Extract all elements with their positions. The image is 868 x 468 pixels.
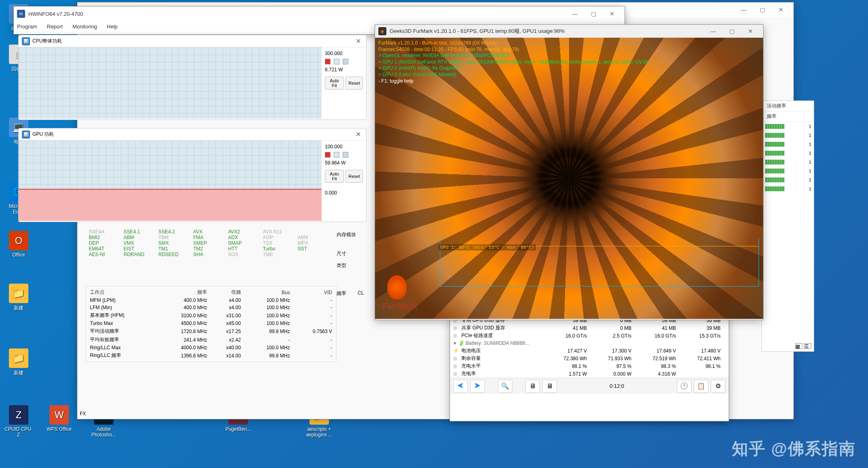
sensor-stats-window: ◎专用 GPU D3D 显存59 MB0 MB59 MB56 MB◎共享 GPU… bbox=[450, 316, 729, 421]
sensor-toolbar: ⮜ ⮞ 🔍 🖥 🖥 0:12:0 🕐 📋 ⚙ bbox=[450, 378, 729, 394]
cpu-feature: EIST bbox=[124, 246, 158, 252]
autofit-button[interactable]: Auto Fit bbox=[325, 170, 344, 183]
menu-item[interactable]: Program bbox=[17, 24, 37, 30]
clock-icon[interactable]: 🕐 bbox=[677, 380, 691, 393]
table-row: Ring/LLC Max4000.0 MHzx40.00100.0 MHz- bbox=[87, 344, 335, 351]
close-button[interactable]: ✕ bbox=[772, 3, 790, 16]
legend-swatch bbox=[343, 59, 348, 64]
max-button[interactable]: ▢ bbox=[753, 3, 772, 16]
furmark-icon: ◉ bbox=[378, 27, 386, 35]
cpu-feature: AMX bbox=[298, 235, 333, 240]
chart-icon: 📊 bbox=[22, 37, 30, 45]
legend-swatch-red bbox=[325, 59, 331, 64]
menu-item[interactable]: Help bbox=[107, 24, 118, 30]
nav-back-button[interactable]: ⮜ bbox=[453, 380, 468, 393]
table-row: Turbo Max4500.0 MHzx45.00100.0 MHz- bbox=[87, 320, 335, 327]
freq-bar-row: 1 bbox=[762, 184, 814, 193]
freq-bar-row: 1 bbox=[762, 167, 814, 175]
legend-swatch bbox=[334, 59, 339, 64]
cpu-feature: AES-NI bbox=[89, 252, 124, 257]
legend-swatch bbox=[334, 152, 339, 158]
cpu-feature: SGX bbox=[228, 252, 263, 257]
cpu-feature: SSE4.1 bbox=[124, 229, 158, 235]
cpu-feature: TSX bbox=[263, 240, 298, 246]
cpu-feature: EM64T bbox=[89, 246, 124, 252]
furmark-brand: FurMark bbox=[382, 301, 418, 312]
view-list-icon[interactable]: ☰ bbox=[804, 343, 811, 349]
cpu-feature: SMAP bbox=[228, 240, 263, 246]
sensor-row: ◎PCIe 链路速度16.0 GT/s2.5 GT/s16.0 GT/s15.3… bbox=[450, 332, 729, 340]
hwinfo-icon: H bbox=[17, 10, 25, 18]
min-button[interactable]: — bbox=[704, 25, 723, 38]
freq-bar-row: 1 bbox=[762, 158, 814, 167]
cpu-feature: DEP bbox=[89, 240, 124, 246]
close-icon[interactable]: ✕ bbox=[353, 36, 363, 46]
autofit-button[interactable]: Auto Fit bbox=[325, 77, 344, 90]
cpu-feature: VMX bbox=[124, 240, 158, 246]
watermark: 知乎 @佛系指南 bbox=[732, 438, 856, 460]
reset-button[interactable]: Reset bbox=[345, 170, 363, 183]
close-icon[interactable]: ✕ bbox=[353, 130, 363, 139]
legend-swatch bbox=[343, 152, 348, 158]
furmark-overlay: FurMark v1.20.1.0 - Burn-in test, 1024x7… bbox=[378, 40, 648, 84]
close-button[interactable]: ✕ bbox=[741, 25, 760, 38]
cpu-feature: SHA bbox=[193, 252, 228, 257]
min-button[interactable]: — bbox=[565, 7, 584, 20]
cpu-feature: SSE4.2 bbox=[158, 229, 193, 235]
sensor-row: ◎剩余容量72.380 Wh71.933 Wh72.519 Wh72.411 W… bbox=[450, 355, 729, 362]
desktop-icon[interactable]: ZCPUID CPU-Z bbox=[3, 405, 34, 438]
desktop-icon[interactable]: 📁新建 bbox=[3, 284, 34, 312]
desktop-icon[interactable]: OOffice bbox=[3, 231, 34, 258]
cpu-feature: AVX-512 bbox=[263, 229, 298, 235]
cpu-feature: RDSEED bbox=[158, 252, 193, 257]
cpu-feature: XOP bbox=[263, 235, 298, 240]
frequency-panel: 活动频率 频率 11111111 ▦ ☰ bbox=[761, 100, 814, 352]
nav-fwd-button[interactable]: ⮞ bbox=[470, 380, 485, 393]
menu-item[interactable]: Report bbox=[47, 24, 63, 30]
close-button[interactable]: ✕ bbox=[603, 7, 621, 20]
table-row: Ring/LLC 频率1396.6 MHzx14.0099.8 MHz- bbox=[87, 351, 335, 360]
cpu-feature: ABM bbox=[124, 235, 158, 240]
max-button[interactable]: ▢ bbox=[723, 25, 741, 38]
cpu-feature: MPX bbox=[298, 240, 333, 246]
desktop-icon[interactable]: WWPS Office bbox=[44, 405, 75, 432]
furmark-title: Geeks3D FurMark v1.20.1.0 - 81FPS, GPU1 … bbox=[390, 28, 704, 35]
cpu-feature: SSE4A bbox=[89, 229, 124, 235]
freq-bar-row: 1 bbox=[762, 149, 814, 158]
reset-button[interactable]: Reset bbox=[345, 77, 363, 90]
cpu-feature: BMI2 bbox=[89, 235, 124, 240]
menu-item[interactable]: Monitoring bbox=[73, 24, 97, 30]
freq-bar-row: 1 bbox=[762, 140, 814, 149]
cpu-feature: FMA bbox=[193, 235, 228, 240]
cpu-feature: AVX bbox=[193, 229, 228, 235]
settings-button[interactable]: ⚙ bbox=[711, 380, 725, 393]
max-button[interactable]: ▢ bbox=[584, 7, 603, 20]
view-grid-icon[interactable]: ▦ bbox=[795, 343, 802, 349]
cpu-feature: SMEP bbox=[193, 240, 228, 246]
gpu-power-chart: 📊GPU 功耗✕ 100.000 59.864 W Auto FitReset … bbox=[18, 128, 367, 222]
cpu-feature: Turbo bbox=[263, 246, 298, 252]
sensor-row: ◎充电率1.571 W0.000 W4.316 W bbox=[450, 370, 729, 378]
min-button[interactable]: — bbox=[734, 3, 753, 16]
furmark-titlebar[interactable]: ◉ Geeks3D FurMark v1.20.1.0 - 81FPS, GPU… bbox=[375, 25, 763, 38]
sensor-group-header[interactable]: ▾🔋 Battery: SUNWODA HB668... bbox=[450, 340, 729, 347]
cpu-feature: AVX2 bbox=[228, 229, 263, 235]
cpu-feature: SST bbox=[298, 246, 333, 252]
log-button[interactable]: 📋 bbox=[694, 380, 708, 393]
cpu-features: SSE4ASSE4.1SSE4.2AVXAVX2AVX-512BMI2ABMTB… bbox=[85, 227, 337, 259]
hwinfo-titlebar[interactable]: H HWiNFO64 v7.20-4700 —▢✕ bbox=[14, 6, 625, 21]
cpu-feature: TM2 bbox=[193, 246, 228, 252]
table-row: 平均有效频率241.4 MHzx2.42-- bbox=[87, 336, 335, 344]
desktop-icon[interactable]: 📁新建 bbox=[3, 348, 34, 376]
table-row: LFM (Min)400.0 MHzx4.00100.0 MHz- bbox=[87, 304, 335, 311]
table-row: MFM (LPM)400.0 MHzx4.00100.0 MHz- bbox=[87, 297, 335, 304]
cpu-feature: TM1 bbox=[158, 246, 193, 252]
cpu-feature: HTT bbox=[228, 246, 263, 252]
zoom-button[interactable]: 🔍 bbox=[498, 380, 512, 393]
monitor-button[interactable]: 🖥 bbox=[525, 380, 540, 393]
temp-graph-label: GPU 1: 80°C (min: 53°C - max: 80°C) bbox=[439, 244, 536, 250]
freq-bar-row: 1 bbox=[762, 175, 814, 184]
cpu-chart-area bbox=[19, 47, 322, 119]
monitor2-button[interactable]: 🖥 bbox=[542, 380, 557, 393]
furmark-mascot bbox=[387, 275, 407, 299]
